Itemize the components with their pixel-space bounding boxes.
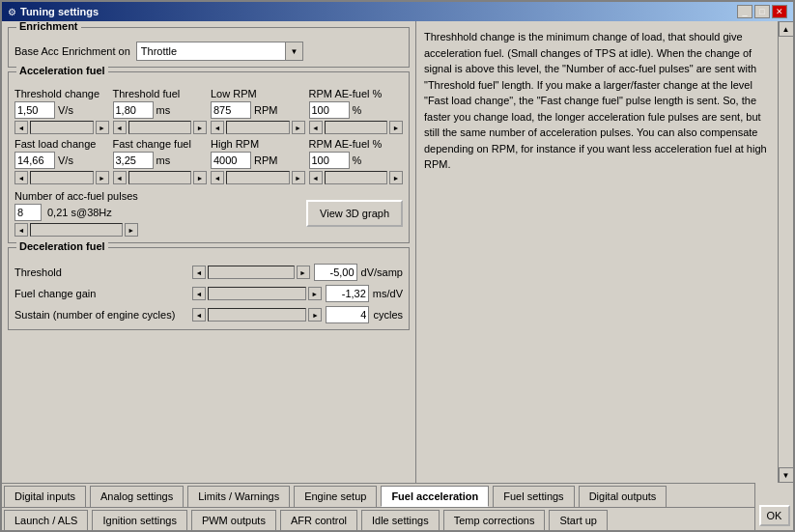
fuel-change-gain-left-arrow[interactable]: ◄ — [192, 287, 206, 300]
pulses-value-input[interactable] — [14, 204, 42, 221]
rpm-ae-fuel-2-unit: % — [353, 154, 362, 166]
sustain-input[interactable] — [326, 306, 369, 323]
sustain-right-arrow[interactable]: ► — [308, 308, 322, 322]
tab-afr-control[interactable]: AFR control — [280, 510, 357, 530]
low-rpm-input[interactable] — [211, 101, 251, 119]
rpm-ae-fuel-1-slider[interactable] — [325, 121, 388, 134]
high-rpm-right-arrow[interactable]: ► — [292, 171, 305, 184]
fast-load-change-left-arrow[interactable]: ◄ — [14, 171, 28, 184]
pulses-area: Number of acc-fuel pulses 0,21 s@38Hz ◄ … — [14, 190, 403, 237]
threshold-decel-left-arrow[interactable]: ◄ — [192, 266, 206, 279]
fuel-change-gain-right-arrow[interactable]: ► — [308, 287, 322, 300]
scroll-track[interactable] — [779, 37, 794, 467]
high-rpm-left-arrow[interactable]: ◄ — [211, 171, 224, 184]
rpm-ae-fuel-2-input[interactable] — [309, 152, 350, 169]
tab-fuel-acceleration[interactable]: Fuel acceleration — [381, 486, 489, 507]
pulses-left-arrow[interactable]: ◄ — [14, 223, 28, 237]
fast-change-fuel-left-arrow[interactable]: ◄ — [113, 171, 127, 184]
pulses-right-arrow[interactable]: ► — [125, 223, 138, 237]
low-rpm-slider[interactable] — [226, 121, 290, 134]
scroll-down-arrow[interactable]: ▼ — [779, 467, 794, 483]
threshold-decel-label: Threshold — [14, 266, 188, 278]
threshold-decel-input[interactable] — [314, 264, 357, 281]
tab-temp-corrections[interactable]: Temp corrections — [443, 510, 546, 530]
maximize-button[interactable]: □ — [754, 5, 770, 18]
tab-start-up[interactable]: Start up — [549, 510, 608, 530]
tab-analog-settings[interactable]: Analog settings — [90, 486, 184, 507]
fast-change-fuel-right-arrow[interactable]: ► — [193, 171, 207, 184]
description-text: Threshhold change is the minimum change … — [424, 29, 770, 173]
tab-idle-settings[interactable]: Idle settings — [361, 510, 440, 530]
rpm-ae-fuel-2-right-arrow[interactable]: ► — [389, 171, 403, 184]
tab-ignition-settings[interactable]: Ignition settings — [92, 510, 186, 530]
acceleration-fuel-title: Acceleration fuel — [16, 65, 108, 76]
pulses-label: Number of acc-fuel pulses — [14, 190, 138, 202]
rpm-ae-fuel-1-input[interactable] — [309, 101, 350, 119]
rpm-ae-fuel-2-left-arrow[interactable]: ◄ — [309, 171, 323, 184]
sustain-label: Sustain (number of engine cycles) — [14, 309, 188, 321]
threshold-change-right-arrow[interactable]: ► — [96, 121, 109, 134]
low-rpm-left-arrow[interactable]: ◄ — [211, 121, 224, 134]
close-button[interactable]: ✕ — [772, 5, 787, 18]
threshold-fuel-right-arrow[interactable]: ► — [193, 121, 207, 134]
rpm-ae-fuel-1-left-arrow[interactable]: ◄ — [309, 121, 323, 134]
threshold-change-left-arrow[interactable]: ◄ — [14, 121, 28, 134]
ok-button[interactable]: OK — [759, 505, 790, 526]
tab-digital-outputs[interactable]: Digital outputs — [579, 486, 667, 507]
deceleration-fuel-title: Deceleration fuel — [16, 240, 108, 252]
high-rpm-input[interactable] — [211, 152, 251, 169]
threshold-decel-unit: dV/samp — [361, 266, 403, 278]
view3d-button[interactable]: View 3D graph — [306, 200, 403, 227]
rpm-ae-fuel-1-unit: % — [353, 104, 362, 116]
rpm-ae-fuel-2-slider[interactable] — [325, 171, 388, 184]
window-title: Tuning settings — [20, 6, 99, 17]
threshold-fuel-input[interactable] — [113, 101, 154, 119]
threshold-change-input[interactable] — [14, 101, 55, 119]
sustain-slider[interactable] — [208, 308, 306, 322]
tab-launch-als[interactable]: Launch / ALS — [4, 510, 88, 530]
dropdown-arrow-icon[interactable]: ▼ — [286, 42, 303, 61]
high-rpm-slider[interactable] — [226, 171, 290, 184]
fuel-change-gain-input[interactable] — [326, 285, 369, 302]
tab-limits-warnings[interactable]: Limits / Warnings — [187, 486, 290, 507]
tab-fuel-settings[interactable]: Fuel settings — [493, 486, 574, 507]
fast-change-fuel-input[interactable] — [113, 152, 154, 169]
fast-change-fuel-label: Fast change fuel — [113, 138, 208, 150]
sustain-left-arrow[interactable]: ◄ — [192, 308, 206, 322]
fuel-change-gain-unit: ms/dV — [373, 288, 403, 299]
high-rpm-label: High RPM — [211, 138, 305, 150]
rpm-ae-fuel-1-label: RPM AE-fuel % — [309, 88, 404, 99]
threshold-fuel-label: Threshold fuel — [113, 88, 208, 99]
tab-pwm-outputs[interactable]: PWM outputs — [191, 510, 276, 530]
tab-engine-setup[interactable]: Engine setup — [294, 486, 377, 507]
minimize-button[interactable]: _ — [737, 5, 752, 18]
threshold-decel-right-arrow[interactable]: ► — [297, 266, 310, 279]
rpm-ae-fuel-1-right-arrow[interactable]: ► — [389, 121, 403, 134]
rpm-ae-fuel-2-label: RPM AE-fuel % — [309, 138, 404, 150]
threshold-decel-slider[interactable] — [208, 266, 295, 279]
low-rpm-label: Low RPM — [211, 88, 305, 99]
enrichment-label: Base Acc Enrichment on — [14, 45, 130, 57]
fast-load-change-slider[interactable] — [30, 171, 94, 184]
description-panel: Threshhold change is the minimum change … — [415, 21, 778, 483]
enrichment-dropdown[interactable]: Throttle MAP TPS ▼ — [136, 42, 303, 61]
fast-change-fuel-slider[interactable] — [128, 171, 192, 184]
scroll-up-arrow[interactable]: ▲ — [779, 21, 794, 37]
enrichment-title: Enrichment — [16, 21, 81, 32]
sustain-row: Sustain (number of engine cycles) ◄ ► cy… — [14, 306, 403, 323]
tab-digital-inputs[interactable]: Digital inputs — [4, 486, 86, 507]
threshold-fuel-left-arrow[interactable]: ◄ — [113, 121, 127, 134]
threshold-fuel-slider[interactable] — [128, 121, 192, 134]
fast-load-change-input[interactable] — [14, 152, 55, 169]
enrichment-group: Enrichment Base Acc Enrichment on Thrott… — [8, 27, 410, 68]
fuel-change-gain-slider[interactable] — [208, 287, 306, 300]
rpm-ae-fuel-2-field: RPM AE-fuel % % ◄ ► — [309, 138, 404, 184]
low-rpm-right-arrow[interactable]: ► — [292, 121, 305, 134]
high-rpm-unit: RPM — [254, 154, 277, 166]
pulses-slider[interactable] — [30, 223, 123, 237]
threshold-change-slider[interactable] — [30, 121, 94, 134]
sustain-unit: cycles — [373, 309, 403, 321]
enrichment-select[interactable]: Throttle MAP TPS — [136, 42, 286, 61]
fast-load-change-right-arrow[interactable]: ► — [96, 171, 109, 184]
ok-panel: OK — [754, 483, 793, 530]
